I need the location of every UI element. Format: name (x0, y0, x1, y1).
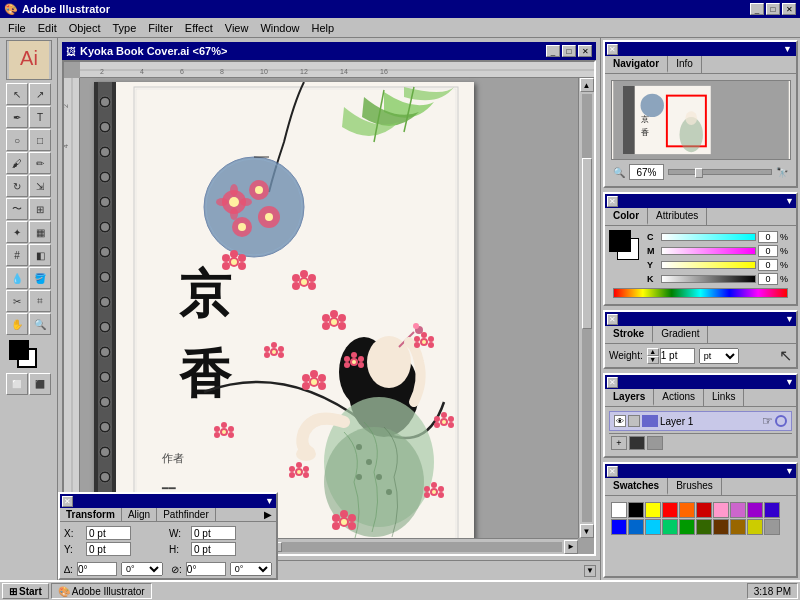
tab-attributes[interactable]: Attributes (648, 208, 707, 225)
weight-increment-button[interactable]: ▲ (647, 348, 659, 356)
navigator-close-button[interactable]: ✕ (607, 44, 618, 55)
free-transform-tool[interactable]: ⊞ (29, 198, 51, 220)
gradient-tool[interactable]: ◧ (29, 244, 51, 266)
paint-brush-tool[interactable]: 🖌 (6, 152, 28, 174)
scissors-tool[interactable]: ✂ (6, 290, 28, 312)
tab-color[interactable]: Color (605, 208, 648, 225)
scroll-down-button[interactable]: ▼ (580, 524, 594, 538)
pen-tool[interactable]: ✒ (6, 106, 28, 128)
swatch-9[interactable] (764, 502, 780, 518)
tab-navigator[interactable]: Navigator (605, 56, 668, 73)
tab-gradient[interactable]: Gradient (653, 326, 708, 343)
ellipse-tool[interactable]: ○ (6, 129, 28, 151)
rotate-tool[interactable]: ↻ (6, 175, 28, 197)
maximize-button[interactable]: □ (766, 3, 780, 15)
black-track[interactable] (661, 275, 756, 283)
new-layer-button[interactable]: + (611, 436, 627, 450)
scroll-right-button[interactable]: ► (564, 540, 578, 554)
tab-layers[interactable]: Layers (605, 389, 654, 406)
transform-expand-button[interactable]: ▶ (260, 508, 276, 521)
tab-transform[interactable]: Transform (60, 508, 122, 521)
doc-minimize-button[interactable]: _ (546, 45, 560, 57)
pencil-tool[interactable]: ✏ (29, 152, 51, 174)
tab-links[interactable]: Links (704, 389, 744, 406)
color-menu-button[interactable]: ▼ (785, 196, 794, 206)
swatch-15[interactable] (696, 519, 712, 535)
start-button[interactable]: ⊞ Start (2, 583, 49, 599)
swatch-2[interactable] (645, 502, 661, 518)
yellow-value-input[interactable] (758, 259, 778, 271)
layer-swatch-2[interactable] (647, 436, 663, 450)
menu-edit[interactable]: Edit (32, 20, 63, 36)
view-option-button[interactable]: ▼ (584, 565, 596, 577)
layers-close-button[interactable]: ✕ (607, 377, 618, 388)
cyan-track[interactable] (661, 233, 756, 241)
transform-close-button[interactable]: ✕ (62, 496, 73, 507)
column-graph-tool[interactable]: ▦ (29, 221, 51, 243)
transform-menu-button[interactable]: ▼ (265, 496, 274, 506)
zoom-slider-thumb[interactable] (695, 168, 703, 178)
menu-type[interactable]: Type (107, 20, 143, 36)
mesh-tool[interactable]: # (6, 244, 28, 266)
w-field-input[interactable] (191, 526, 236, 540)
swatch-13[interactable] (662, 519, 678, 535)
layer-swatch-1[interactable] (629, 436, 645, 450)
swatches-menu-button[interactable]: ▼ (785, 466, 794, 476)
swatch-5[interactable] (696, 502, 712, 518)
scale-tool[interactable]: ⇲ (29, 175, 51, 197)
scroll-up-button[interactable]: ▲ (580, 78, 594, 92)
swatches-close-button[interactable]: ✕ (607, 466, 618, 477)
tab-stroke[interactable]: Stroke (605, 326, 653, 343)
swatch-16[interactable] (713, 519, 729, 535)
magenta-track[interactable] (661, 247, 756, 255)
rect-tool[interactable]: □ (29, 129, 51, 151)
direct-select-tool[interactable]: ↗ (29, 83, 51, 105)
paint-bucket-tool[interactable]: 🪣 (29, 267, 51, 289)
navigator-menu-button[interactable]: ▼ (783, 44, 792, 54)
stroke-menu-button[interactable]: ▼ (785, 314, 794, 324)
swatch-3[interactable] (662, 502, 678, 518)
color-close-button[interactable]: ✕ (607, 196, 618, 207)
zoom-tool[interactable]: 🔍 (29, 313, 51, 335)
stroke-close-button[interactable]: ✕ (607, 314, 618, 325)
close-button[interactable]: ✕ (782, 3, 796, 15)
knife-tool[interactable]: ⌗ (29, 290, 51, 312)
v-scroll-thumb[interactable] (582, 158, 592, 329)
type-tool[interactable]: T (29, 106, 51, 128)
h-field-input[interactable] (191, 542, 236, 556)
menu-help[interactable]: Help (306, 20, 341, 36)
angle-input[interactable] (77, 562, 117, 576)
change-screen-mode[interactable]: ⬜ (6, 373, 28, 395)
tab-info[interactable]: Info (668, 56, 702, 73)
menu-view[interactable]: View (219, 20, 255, 36)
layer-lock-toggle[interactable] (628, 415, 640, 427)
swatch-10[interactable] (611, 519, 627, 535)
weight-unit-select[interactable]: pt (699, 348, 739, 364)
swatch-0[interactable] (611, 502, 627, 518)
yellow-track[interactable] (661, 261, 756, 269)
full-screen-mode[interactable]: ⬛ (29, 373, 51, 395)
tab-brushes[interactable]: Brushes (668, 478, 722, 495)
weight-decrement-button[interactable]: ▼ (647, 356, 659, 364)
tab-actions[interactable]: Actions (654, 389, 704, 406)
canvas-area[interactable]: 2 4 6 8 10 12 14 16 2 4 (62, 60, 596, 556)
color-spectrum-bar[interactable] (613, 288, 788, 298)
swatch-7[interactable] (730, 502, 746, 518)
menu-effect[interactable]: Effect (179, 20, 219, 36)
layer-target-icon[interactable]: ☞ (762, 414, 773, 428)
eyedropper-tool[interactable]: 💧 (6, 267, 28, 289)
foreground-swatch[interactable] (609, 230, 631, 252)
swatch-19[interactable] (764, 519, 780, 535)
taskbar-illustrator-item[interactable]: 🎨 Adobe Illustrator (51, 583, 152, 599)
weight-value-input[interactable] (660, 348, 695, 364)
symbol-sprayer-tool[interactable]: ✦ (6, 221, 28, 243)
tab-swatches[interactable]: Swatches (605, 478, 668, 495)
zoom-track[interactable] (668, 169, 772, 175)
y-field-input[interactable] (86, 542, 131, 556)
swatch-6[interactable] (713, 502, 729, 518)
swatch-8[interactable] (747, 502, 763, 518)
layer-row-1[interactable]: 👁 Layer 1 ☞ (609, 411, 792, 431)
minimize-button[interactable]: _ (750, 3, 764, 15)
x-field-input[interactable] (86, 526, 131, 540)
fill-color-swatch[interactable] (9, 340, 29, 360)
